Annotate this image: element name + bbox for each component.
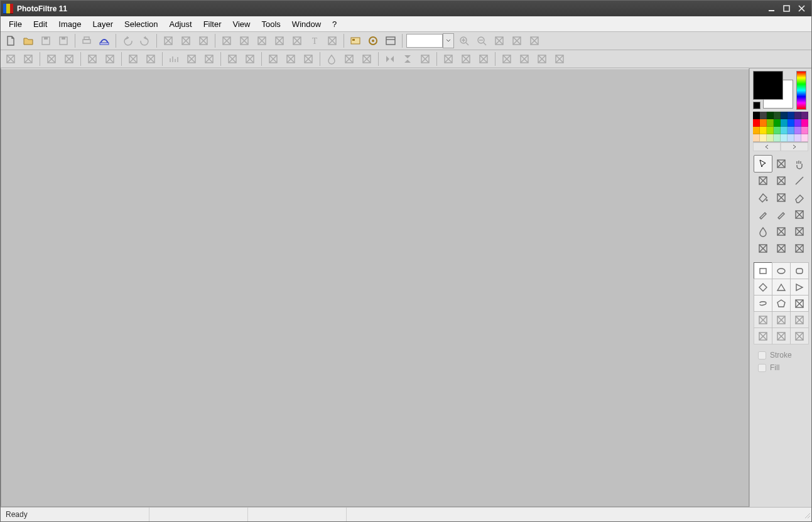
palette-swatch[interactable] [753,112,760,119]
deform-tool-icon[interactable] [754,240,772,257]
shape-sel2-icon[interactable] [772,311,791,328]
palette-next-button[interactable] [781,142,808,151]
shape-freehand-icon[interactable] [790,295,809,312]
menu-window[interactable]: Window [286,18,327,31]
pointer-tool-icon[interactable] [754,155,772,173]
fill-checkbox-row[interactable]: Fill [753,363,808,372]
maximize-button[interactable] [779,3,794,14]
stroke-checkbox-row[interactable]: Stroke [753,351,808,360]
palette-swatch[interactable] [774,127,781,134]
palette-swatch[interactable] [794,127,801,134]
palette-swatch[interactable] [767,134,774,142]
menu-tools[interactable]: Tools [256,18,286,31]
shape-lasso-icon[interactable] [754,295,772,312]
menu-view[interactable]: View [227,18,256,31]
menu-help[interactable]: ? [327,18,342,31]
zoom-dropdown-button[interactable] [443,33,454,48]
wand-tool-icon[interactable] [772,172,791,189]
zoom-value[interactable] [406,34,443,48]
palette-swatch[interactable] [753,127,760,134]
menu-selection[interactable]: Selection [119,18,163,31]
shape-ellipse-icon[interactable] [772,262,791,279]
resize-grip-icon[interactable] [801,509,811,519]
palette-swatch[interactable] [774,112,781,119]
twain-icon[interactable] [96,33,112,49]
palette-swatch[interactable] [788,134,794,142]
palette-swatch[interactable] [794,134,801,142]
palette-swatch[interactable] [774,119,781,127]
close-button[interactable] [794,3,809,14]
new-file-icon[interactable] [3,33,19,49]
blur-tool-icon[interactable] [754,223,772,240]
brush-tool-icon[interactable] [754,206,772,223]
palette-swatch[interactable] [781,134,788,142]
palette-swatch[interactable] [753,119,760,127]
palette-swatch[interactable] [801,112,808,119]
stamp-tool-icon[interactable] [790,206,809,223]
fill-checkbox[interactable] [758,364,766,372]
shape-triangle-up-icon[interactable] [772,279,791,296]
palette-swatch[interactable] [781,112,788,119]
palette-swatch[interactable] [794,119,801,127]
hand-tool-icon[interactable] [790,155,809,173]
eraser-tool-icon[interactable] [790,189,809,206]
shape-sel1-icon[interactable] [754,311,772,328]
palette-swatch[interactable] [801,134,808,142]
menu-filter[interactable]: Filter [198,18,227,31]
pipette-tool-icon[interactable] [754,172,772,189]
palette-swatch[interactable] [788,119,794,127]
palette-swatch[interactable] [767,119,774,127]
shape-triangle-right-icon[interactable] [790,279,809,296]
palette-swatch[interactable] [801,119,808,127]
shape-sel5-icon[interactable] [772,328,791,344]
spray-tool-icon[interactable] [772,189,791,206]
art-tool-icon[interactable] [790,240,809,257]
palette-swatch[interactable] [774,134,781,142]
preferences-icon[interactable] [382,33,399,49]
palette-swatch[interactable] [760,127,767,134]
open-file-icon[interactable] [20,33,36,49]
menu-adjust[interactable]: Adjust [164,18,198,31]
palette-swatch[interactable] [760,134,767,142]
palette-swatch[interactable] [781,127,788,134]
automate-icon[interactable] [365,33,381,49]
line-tool-icon[interactable] [790,172,809,189]
shape-polygon-icon[interactable] [772,295,791,312]
foreground-color-swatch[interactable] [753,71,783,100]
spectrum-picker[interactable] [796,71,806,110]
color-palette [753,112,808,142]
shape-sel3-icon[interactable] [790,311,809,328]
menu-file[interactable]: File [3,18,28,31]
saturation-plus-icon [143,51,159,67]
advanced-brush-tool-icon[interactable] [772,206,791,223]
reset-colors-icon[interactable] [753,102,761,109]
menu-edit[interactable]: Edit [28,18,53,31]
move-tool-icon[interactable] [772,155,791,173]
retouch-tool-icon[interactable] [772,240,791,257]
palette-swatch[interactable] [760,119,767,127]
palette-swatch[interactable] [788,127,794,134]
minimize-button[interactable] [764,3,779,14]
browse-icon[interactable] [347,33,364,49]
shape-roundrect-icon[interactable] [790,262,809,279]
menu-layer[interactable]: Layer [87,18,119,31]
palette-swatch[interactable] [788,112,794,119]
palette-swatch[interactable] [794,112,801,119]
smudge-tool-icon[interactable] [772,223,791,240]
fill-tool-icon[interactable] [754,189,772,206]
palette-prev-button[interactable] [753,142,781,151]
palette-swatch[interactable] [753,134,760,142]
shape-diamond-icon[interactable] [754,279,772,296]
shape-rect-icon[interactable] [754,262,772,279]
palette-swatch[interactable] [760,112,767,119]
shape-text-sel-icon[interactable] [754,328,772,344]
palette-swatch[interactable] [767,127,774,134]
print-icon [78,33,95,49]
palette-swatch[interactable] [767,112,774,119]
palette-swatch[interactable] [801,127,808,134]
stroke-checkbox[interactable] [758,351,766,360]
menu-image[interactable]: Image [53,18,87,31]
clone-tool-icon[interactable] [790,223,809,240]
shape-sel6-icon[interactable] [790,328,809,344]
palette-swatch[interactable] [781,119,788,127]
